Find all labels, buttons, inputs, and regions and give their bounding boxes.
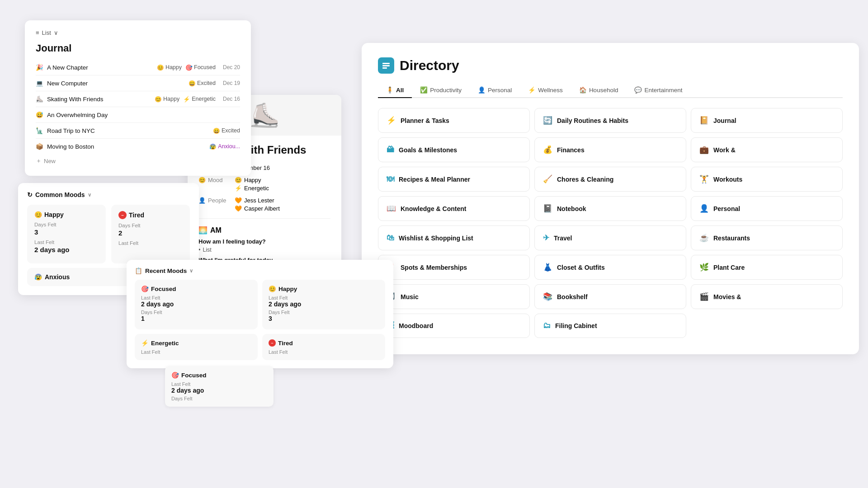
movie-icon: 🎬 [699, 292, 709, 301]
refresh-icon: 🔄 [543, 116, 552, 125]
journal-entry[interactable]: 😅 An Overwhelming Day [36, 109, 240, 121]
recent-card-happy[interactable]: 😊 Happy Last Felt 2 days ago Days Felt 3 [262, 280, 385, 329]
journal-entry[interactable]: 🗽 Road Trip to NYC 😄 Excited [36, 125, 240, 136]
dir-item-chores[interactable]: 🧹 Chores & Cleaning [534, 167, 686, 192]
recent-icon: 📋 [135, 267, 142, 274]
entry-tags-1: 😊 Happy 🎯 Focused Dec 20 [157, 64, 240, 71]
lightning-icon: ⚡ [387, 116, 396, 125]
dir-item-journal[interactable]: 📔 Journal [691, 108, 843, 133]
new-entry-button[interactable]: ＋ New [36, 157, 240, 165]
chat-icon: 💬 [634, 86, 642, 94]
book-icon: 📖 [387, 204, 396, 213]
plant-icon: 🌿 [699, 263, 709, 272]
dir-item-moodboard[interactable]: 🖼 Moodboard [378, 314, 530, 338]
dir-item-work[interactable]: 💼 Work & [691, 137, 843, 162]
chevron-down-icon: ∨ [54, 29, 58, 36]
personal-icon: 👤 [699, 204, 709, 213]
detail-mood-row: 😊 Mood 😊Happy ⚡Energetic [188, 174, 341, 194]
mood-icon: 😊 [198, 177, 206, 183]
dir-item-personal[interactable]: 👤 Personal [691, 196, 843, 221]
journal-entry[interactable]: 📦 Moving to Boston 😰 Anxiou... [36, 141, 240, 152]
recent-card-energetic[interactable]: ⚡ Energetic Last Felt [135, 334, 258, 360]
dir-item-music[interactable]: 🎵 Music [378, 284, 530, 309]
tab-entertainment[interactable]: 💬 Entertainment [626, 83, 690, 98]
recent-moods-panel: 📋 Recent Moods ∨ 🎯 Focused Last Felt 2 d… [127, 260, 393, 368]
mood-card-happy[interactable]: 😊 Happy Days Felt 3 Last Felt 2 days ago [27, 205, 106, 263]
focused-bottom-panel[interactable]: 🎯 Focused Last Felt 2 days ago Days Felt [165, 366, 274, 407]
plane-icon: ✈ [543, 233, 549, 243]
check-icon: ✅ [420, 86, 428, 94]
dir-item-travel[interactable]: ✈ Travel [534, 225, 686, 250]
people-icon: 👤 [198, 197, 206, 204]
mood-card-tired[interactable]: – Tired Days Felt 2 Last Felt [111, 205, 190, 263]
dir-item-knowledge[interactable]: 📖 Knowledge & Content [378, 196, 530, 221]
mood-cards-row: 😊 Happy Days Felt 3 Last Felt 2 days ago… [27, 205, 190, 263]
journal-entry[interactable]: 🎉 A New Chapter 😊 Happy 🎯 Focused Dec 20 [36, 61, 240, 73]
bookshelf-icon: 📚 [543, 292, 552, 301]
chevron-down-icon: ∨ [189, 268, 193, 274]
list-label: List [42, 29, 51, 36]
dollar-icon: 💰 [543, 145, 552, 155]
cleaning-icon: 🧹 [543, 174, 552, 184]
journal-entry[interactable]: 💻 New Computer 😄 Excited Dec 19 [36, 77, 240, 89]
directory-title-row: Directory [378, 57, 843, 74]
workout-icon: 🏋 [699, 174, 709, 184]
list-icon: ≡ [36, 29, 39, 36]
directory-panel: Directory 🧍 All ✅ Productivity 👤 Persona… [362, 43, 859, 354]
dir-item-plants[interactable]: 🌿 Plant Care [691, 255, 843, 280]
person-icon: 👤 [478, 86, 486, 94]
directory-icon [378, 57, 394, 74]
svg-rect-2 [382, 67, 387, 69]
tab-personal[interactable]: 👤 Personal [470, 83, 520, 98]
dir-item-notebook[interactable]: 📓 Notebook [534, 196, 686, 221]
journal-title: Journal [36, 42, 240, 54]
list-header-row[interactable]: ≡ List ∨ [36, 29, 240, 36]
lightning-icon: ⚡ [528, 86, 536, 94]
detail-list-item: •List [188, 246, 341, 254]
detail-people-row: 👤 People 🧡Jess Lester 🧡Casper Albert [188, 194, 341, 215]
entry-emoji-1: 🎉 [36, 64, 43, 71]
recent-card-tired[interactable]: – Tired Last Felt [262, 334, 385, 360]
outfit-icon: 👗 [543, 263, 552, 272]
dir-item-movies[interactable]: 🎬 Movies & [691, 284, 843, 309]
tab-household[interactable]: 🏠 Household [571, 83, 627, 98]
dir-item-closet[interactable]: 👗 Closet & Outfits [534, 255, 686, 280]
refresh-icon: ↻ [27, 191, 33, 198]
person-icon: 🧍 [386, 86, 394, 94]
detail-section-title: 🌅 AM [188, 222, 341, 236]
filing-icon: 🗂 [543, 321, 551, 330]
coffee-icon: ☕ [699, 233, 709, 243]
home-icon: 🏠 [579, 86, 587, 94]
recent-card-focused[interactable]: 🎯 Focused Last Felt 2 days ago Days Felt… [135, 280, 258, 329]
directory-grid: ⚡ Planner & Tasks 🔄 Daily Routines & Hab… [378, 108, 843, 338]
plus-icon: ＋ [36, 157, 42, 165]
dir-item-goals[interactable]: 🏔 Goals & Milestones [378, 137, 530, 162]
dir-item-spots[interactable]: 📍 Spots & Memberships [378, 255, 530, 280]
notebook-icon: 📓 [543, 204, 552, 213]
journal-list-panel: ≡ List ∨ Journal 🎉 A New Chapter 😊 Happy… [25, 20, 251, 176]
tab-all[interactable]: 🧍 All [378, 83, 412, 98]
dir-item-recipes[interactable]: 🍽 Recipes & Meal Planner [378, 167, 530, 192]
dir-item-planner[interactable]: ⚡ Planner & Tasks [378, 108, 530, 133]
recent-mood-grid: 🎯 Focused Last Felt 2 days ago Days Felt… [135, 280, 385, 360]
dir-item-bookshelf[interactable]: 📚 Bookshelf [534, 284, 686, 309]
dir-item-filing[interactable]: 🗂 Filing Cabinet [534, 314, 686, 338]
dir-item-finances[interactable]: 💰 Finances [534, 137, 686, 162]
directory-title: Directory [400, 58, 459, 73]
mountain-icon: 🏔 [387, 145, 394, 155]
recent-moods-header: 📋 Recent Moods ∨ [135, 267, 385, 274]
food-icon: 🍽 [387, 175, 394, 184]
dir-item-wishlist[interactable]: 🛍 Wishlist & Shopping List [378, 225, 530, 250]
dir-item-restaurants[interactable]: ☕ Restaurants [691, 225, 843, 250]
detail-question: How am I feeling today? [188, 236, 341, 246]
lock-icon: 🛍 [387, 234, 394, 243]
dir-item-workouts[interactable]: 🏋 Workouts [691, 167, 843, 192]
edit-icon: 📔 [699, 116, 709, 125]
directory-tabs: 🧍 All ✅ Productivity 👤 Personal ⚡ Wellne… [378, 83, 843, 98]
entry-title-1: 🎉 A New Chapter [36, 64, 88, 71]
briefcase-icon: 💼 [699, 145, 709, 155]
dir-item-routines[interactable]: 🔄 Daily Routines & Habits [534, 108, 686, 133]
tab-productivity[interactable]: ✅ Productivity [412, 83, 470, 98]
journal-entry[interactable]: ⛸️ Skating With Friends 😊 Happy ⚡ Energe… [36, 93, 240, 105]
tab-wellness[interactable]: ⚡ Wellness [520, 83, 571, 98]
